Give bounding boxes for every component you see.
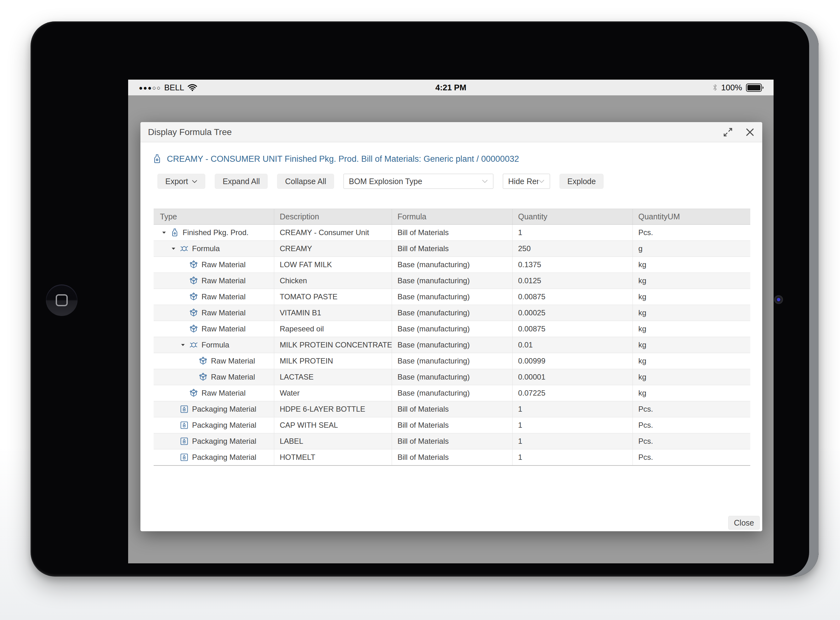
package-icon	[179, 405, 189, 414]
table-row[interactable]: FormulaCREAMYBill of Materials250g	[154, 241, 750, 257]
row-uom: Pcs.	[632, 417, 750, 433]
bom-explosion-type-select[interactable]: BOM Explosion Type	[343, 174, 493, 189]
row-description: TOMATO PASTE	[274, 289, 392, 305]
row-uom: Pcs.	[632, 449, 750, 466]
row-quantity: 0.00875	[512, 289, 632, 305]
chevron-down-icon	[538, 179, 545, 183]
column-header-quantityum[interactable]: QuantityUM	[632, 209, 750, 225]
export-label: Export	[165, 177, 188, 186]
column-header-formula[interactable]: Formula	[392, 209, 512, 225]
table-row[interactable]: Raw MaterialChickenBase (manufacturing)0…	[154, 273, 750, 289]
row-type-cell: Formula	[154, 337, 274, 353]
row-type-label: Raw Material	[202, 292, 245, 301]
expand-all-button[interactable]: Expand All	[215, 174, 268, 189]
row-quantity: 1	[512, 225, 632, 241]
status-bar-right: 100%	[712, 83, 765, 93]
row-description: LOW FAT MILK	[274, 257, 392, 273]
expander-spacer	[179, 326, 187, 332]
row-formula: Base (manufacturing)	[392, 257, 512, 273]
expand-toggle-icon[interactable]	[160, 229, 168, 236]
table-row[interactable]: Raw MaterialLACTASEBase (manufacturing)0…	[154, 369, 750, 385]
row-uom: kg	[632, 337, 750, 353]
close-button[interactable]: Close	[728, 516, 760, 530]
table-row[interactable]: Raw MaterialWaterBase (manufacturing)0.0…	[154, 385, 750, 401]
row-description: LACTASE	[274, 369, 392, 385]
row-formula: Base (manufacturing)	[392, 321, 512, 337]
row-type-cell: Raw Material	[154, 369, 274, 385]
row-description: VITAMIN B1	[274, 305, 392, 321]
explode-button[interactable]: Explode	[560, 174, 604, 189]
row-type-label: Formula	[192, 244, 220, 253]
row-formula: Base (manufacturing)	[392, 337, 512, 353]
expand-toggle-icon[interactable]	[179, 342, 187, 348]
row-type-label: Raw Material	[202, 389, 245, 397]
row-type-label: Raw Material	[202, 260, 245, 269]
clock-label: 4:21 PM	[128, 83, 774, 93]
row-description: Water	[274, 385, 392, 401]
column-header-description[interactable]: Description	[274, 209, 392, 225]
row-quantity: 250	[512, 241, 632, 257]
battery-percent-label: 100%	[721, 83, 742, 93]
home-button[interactable]	[46, 284, 77, 316]
row-formula: Base (manufacturing)	[392, 289, 512, 305]
row-formula: Bill of Materials	[392, 449, 512, 466]
table-row[interactable]: Packaging MaterialLABELBill of Materials…	[154, 433, 750, 449]
row-uom: kg	[632, 305, 750, 321]
close-icon[interactable]	[745, 127, 755, 137]
row-uom: kg	[632, 289, 750, 305]
row-formula: Bill of Materials	[392, 433, 512, 449]
row-quantity: 1	[512, 417, 632, 433]
collapse-all-button[interactable]: Collapse All	[277, 174, 334, 189]
row-formula: Base (manufacturing)	[392, 273, 512, 289]
row-type-cell: Packaging Material	[154, 433, 274, 449]
table-row[interactable]: Packaging MaterialHOTMELTBill of Materia…	[154, 449, 750, 466]
expander-spacer	[169, 454, 178, 460]
table-row[interactable]: Raw MaterialTOMATO PASTEBase (manufactur…	[154, 289, 750, 305]
table-row[interactable]: Packaging MaterialHDPE 6-LAYER BOTTLEBil…	[154, 401, 750, 417]
row-type-label: Raw Material	[202, 276, 245, 285]
hide-rem-select[interactable]: Hide Rem...	[503, 174, 550, 189]
table-row[interactable]: Raw MaterialVITAMIN B1Base (manufacturin…	[154, 305, 750, 321]
row-formula: Base (manufacturing)	[392, 353, 512, 369]
row-description: Chicken	[274, 273, 392, 289]
row-type-label: Packaging Material	[192, 405, 256, 414]
row-quantity: 1	[512, 401, 632, 417]
row-description: CREAMY	[274, 241, 392, 257]
table-row[interactable]: Raw MaterialRapeseed oilBase (manufactur…	[154, 321, 750, 337]
table-row[interactable]: FormulaMILK PROTEIN CONCENTRATEBase (man…	[154, 337, 750, 353]
expander-spacer	[188, 358, 196, 364]
row-quantity: 0.00001	[512, 369, 632, 385]
row-description: MILK PROTEIN CONCENTRATE	[274, 337, 392, 353]
table-row[interactable]: Finished Pkg. Prod.CREAMY - Consumer Uni…	[154, 225, 750, 241]
row-type-cell: Raw Material	[154, 385, 274, 401]
cube-icon	[189, 388, 198, 398]
table-row[interactable]: Packaging MaterialCAP WITH SEALBill of M…	[154, 417, 750, 433]
row-type-cell: Packaging Material	[154, 449, 274, 466]
bom-object-link[interactable]: CREAMY - CONSUMER UNIT Finished Pkg. Pro…	[167, 154, 519, 164]
column-header-quantity[interactable]: Quantity	[512, 209, 632, 225]
expand-toggle-icon[interactable]	[169, 245, 178, 252]
export-button[interactable]: Export	[157, 174, 205, 189]
row-type-label: Raw Material	[202, 325, 245, 333]
table-row[interactable]: Raw MaterialMILK PROTEINBase (manufactur…	[154, 353, 750, 369]
expander-spacer	[169, 406, 178, 412]
maximize-icon[interactable]	[723, 127, 733, 137]
column-header-type[interactable]: Type	[154, 209, 274, 225]
battery-icon	[746, 83, 764, 92]
table-row[interactable]: Raw MaterialLOW FAT MILKBase (manufactur…	[154, 257, 750, 273]
row-uom: Pcs.	[632, 433, 750, 449]
expander-spacer	[179, 390, 187, 396]
formula-tree-body: Finished Pkg. Prod.CREAMY - Consumer Uni…	[154, 225, 750, 466]
row-uom: kg	[632, 257, 750, 273]
cube-icon	[189, 276, 198, 286]
table-header-row: Type Description Formula Quantity Quanti…	[154, 209, 750, 225]
row-type-label: Raw Material	[211, 357, 255, 366]
row-description: LABEL	[274, 433, 392, 449]
row-type-cell: Raw Material	[154, 353, 274, 369]
row-formula: Bill of Materials	[392, 417, 512, 433]
row-uom: kg	[632, 369, 750, 385]
bottle-icon	[170, 228, 179, 237]
row-type-label: Formula	[202, 340, 229, 349]
row-type-cell: Packaging Material	[154, 417, 274, 433]
status-bar: ●●●○○ BELL 4:21 PM 100%	[128, 80, 774, 95]
